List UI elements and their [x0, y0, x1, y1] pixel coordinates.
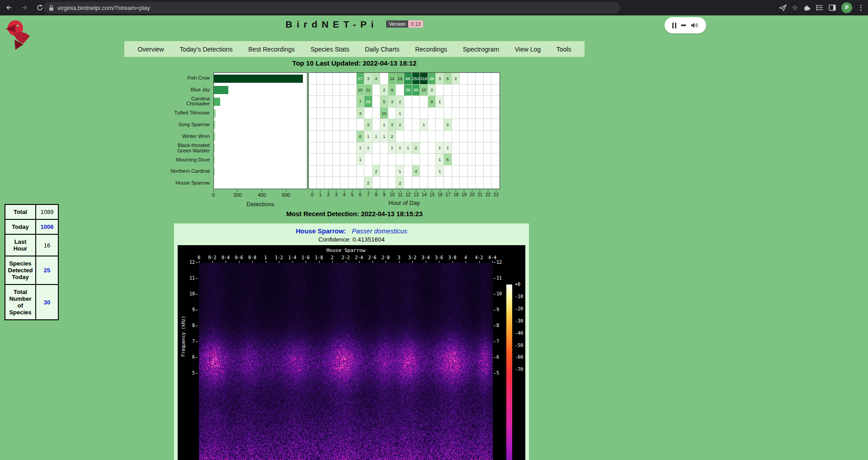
nav-item-spectrogram[interactable]: Spectrogram — [463, 46, 499, 53]
seek-handle[interactable] — [681, 24, 686, 26]
heatmap-cell — [309, 119, 317, 131]
top10-title: Top 10 Last Updated: 2022-04-13 18:12 — [0, 59, 709, 67]
heatmap-cell — [476, 131, 484, 142]
main-navigation: OverviewToday's DetectionsBest Recording… — [124, 41, 585, 57]
spec-x-tick: 2 — [331, 255, 334, 260]
heatmap-cell — [404, 108, 412, 119]
bar-row — [214, 85, 307, 96]
address-bar[interactable]: virginia.birdnetpi.com/?stream=play — [43, 2, 620, 14]
species-label: Mourning Dove — [150, 154, 212, 166]
spec-x-tick: 4·2 — [475, 255, 483, 260]
heatmap-cell: 2 — [452, 73, 460, 85]
spec-y-tick: 12 — [496, 260, 502, 265]
heatmap-cell — [333, 177, 341, 189]
heatmap-cell — [460, 177, 468, 189]
hour-axis-tick: 13 — [412, 190, 420, 197]
heatmap-cell — [349, 131, 357, 142]
bookmark-star-icon[interactable]: ☆ — [792, 4, 798, 12]
heatmap-cell — [349, 154, 357, 166]
detection-panel: House Sparrow: Passer domesticus Confide… — [174, 223, 529, 460]
tick-mark — [432, 190, 432, 192]
audio-player[interactable] — [665, 17, 706, 33]
heatmap-cell — [309, 177, 317, 189]
heatmap-cell — [333, 119, 341, 131]
heatmap-cell: 10 — [420, 85, 428, 96]
hour-axis-tick: 10 — [388, 190, 396, 197]
heatmap-cell: 253 — [412, 73, 420, 85]
tick-label: 13 — [414, 192, 419, 197]
detection-confidence: Confidence: 0.41351604 — [174, 236, 529, 243]
heatmap-cell — [325, 154, 333, 166]
page-title: BirdNET-Pi — [286, 19, 378, 29]
stats-value[interactable]: 30 — [36, 285, 58, 320]
nav-item-daily-charts[interactable]: Daily Charts — [365, 46, 399, 53]
stats-label: Species Detected Today — [5, 256, 36, 285]
kebab-menu-icon[interactable]: ⋮ — [858, 4, 864, 12]
heatmap-cell — [468, 73, 476, 85]
bar-row — [214, 119, 307, 131]
bar-axis-tick: 200 — [233, 190, 241, 198]
heatmap-cell — [476, 154, 484, 166]
hour-axis-tick: 4 — [340, 190, 349, 197]
tick-mark — [320, 190, 321, 192]
heatmap-cell: 2 — [396, 119, 404, 131]
heatmap-cell — [436, 119, 444, 131]
heatmap-cell — [325, 108, 333, 119]
stats-value[interactable]: 25 — [36, 256, 58, 285]
nav-item-view-log[interactable]: View Log — [515, 46, 541, 53]
detection-scientific-name[interactable]: Passer domesticus — [352, 228, 407, 235]
heatmap-cell — [436, 131, 444, 142]
tick-mark — [286, 190, 287, 192]
send-icon[interactable] — [779, 5, 787, 11]
heatmap-cell — [388, 166, 396, 177]
spec-y-tick: 7 — [496, 339, 499, 344]
detections-bar — [214, 144, 215, 152]
stats-row: Total Number of Species30 — [5, 285, 58, 320]
tick-mark — [360, 190, 360, 192]
nav-item-overview[interactable]: Overview — [137, 46, 164, 53]
spec-y-tick: 5 — [496, 370, 499, 375]
profile-avatar[interactable]: P — [841, 2, 852, 13]
heatmap-cell — [460, 166, 468, 177]
heatmap-cell — [325, 73, 333, 85]
nav-item-today-s-detections[interactable]: Today's Detections — [180, 46, 233, 53]
stats-table: Total1089Today1006Last Hour16Species Det… — [5, 204, 59, 320]
nav-item-tools[interactable]: Tools — [557, 46, 571, 53]
heatmap-cell: 3 — [388, 119, 396, 131]
heatmap-cell: 14 — [388, 73, 396, 85]
bar-row — [214, 142, 307, 154]
tick-label: 1 — [319, 192, 322, 197]
tick-label: 3 — [335, 192, 338, 197]
tick-mark — [496, 190, 496, 192]
spectrogram-plot — [199, 263, 493, 460]
heatmap-cell: 1 — [404, 142, 412, 154]
forward-button[interactable] — [18, 1, 31, 14]
tick-label: 20 — [470, 192, 475, 197]
detection-common-name[interactable]: House Sparrow: — [296, 228, 346, 235]
heatmap-cell — [317, 154, 325, 166]
nav-item-species-stats[interactable]: Species Stats — [311, 46, 349, 53]
side-panel-icon[interactable] — [829, 5, 836, 11]
tick-mark — [456, 190, 456, 192]
back-button[interactable] — [3, 1, 15, 14]
extensions-puzzle-icon[interactable] — [803, 4, 811, 11]
heatmap-cell — [404, 177, 412, 189]
detections-bar — [214, 75, 303, 83]
heatmap-cell — [349, 96, 357, 108]
heatmap-cell — [484, 142, 492, 154]
heatmap-cell — [491, 154, 500, 166]
hour-axis-tick: 21 — [476, 190, 484, 197]
browser-toolbar: virginia.birdnetpi.com/?stream=play ☆ P … — [0, 0, 868, 15]
stats-value[interactable]: 1006 — [36, 219, 58, 234]
extension-list-icon[interactable] — [816, 5, 823, 11]
nav-item-best-recordings[interactable]: Best Recordings — [248, 46, 295, 53]
heatmap-cell — [349, 73, 357, 85]
pause-button[interactable] — [672, 23, 676, 28]
spec-x-tick: 3·8 — [448, 255, 456, 260]
heatmap-cell — [340, 166, 349, 177]
stats-label: Today — [5, 219, 36, 234]
nav-item-recordings[interactable]: Recordings — [415, 46, 447, 53]
detections-bar — [214, 167, 215, 175]
speaker-icon[interactable] — [691, 22, 698, 28]
tick-mark — [262, 190, 262, 192]
